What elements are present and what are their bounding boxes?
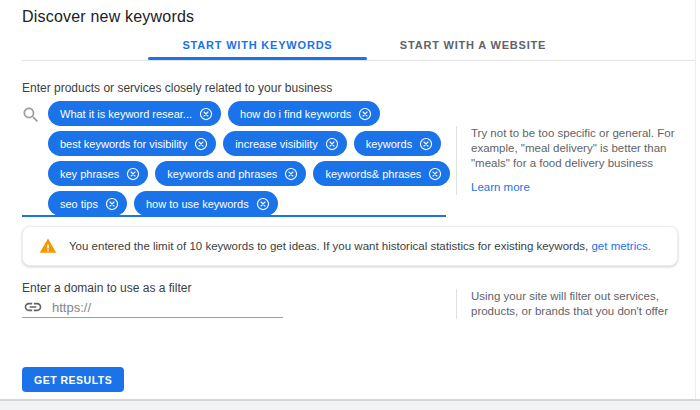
domain-input-underline xyxy=(22,317,283,318)
chip-row: seo tipshow to use keywords xyxy=(48,191,460,216)
warning-triangle-icon xyxy=(39,237,57,255)
domain-hint-text: Using your site will filter out services… xyxy=(471,290,668,317)
keyword-chip-label: keywords& phrases xyxy=(325,168,421,180)
keyword-chip[interactable]: increase visibility xyxy=(223,131,347,156)
keywords-input-label: Enter products or services closely relat… xyxy=(22,81,332,95)
keyword-planner-page: Discover new keywords START WITH KEYWORD… xyxy=(0,0,700,410)
keyword-chip-label: keywords xyxy=(366,138,412,150)
remove-keyword-icon[interactable] xyxy=(284,167,298,181)
keyword-chip-label: key phrases xyxy=(60,168,119,180)
keyword-limit-warning-banner: You entered the limit of 10 keywords to … xyxy=(22,226,678,266)
remove-keyword-icon[interactable] xyxy=(105,197,119,211)
remove-keyword-icon[interactable] xyxy=(194,137,208,151)
keyword-chip[interactable]: how to use keywords xyxy=(134,191,278,216)
domain-filter-label: Enter a domain to use as a filter xyxy=(22,281,191,295)
chip-row: key phraseskeywords and phraseskeywords&… xyxy=(48,161,460,186)
chip-row: What it is keyword resear...how do i fin… xyxy=(48,101,460,126)
keywords-hint: Try not to be too specific or general. F… xyxy=(456,126,695,195)
learn-more-link[interactable]: Learn more xyxy=(471,180,530,195)
chip-row: best keywords for visibilityincrease vis… xyxy=(48,131,460,156)
domain-filter-input[interactable] xyxy=(50,295,279,319)
keywords-hint-text: Try not to be too specific or general. F… xyxy=(471,127,674,169)
keyword-chip-label: What it is keyword resear... xyxy=(60,108,192,120)
get-metrics-link[interactable]: get metrics. xyxy=(591,240,650,252)
remove-keyword-icon[interactable] xyxy=(199,107,213,121)
tab-start-with-keywords[interactable]: START WITH KEYWORDS xyxy=(148,32,367,58)
card-bottom-edge xyxy=(0,399,700,410)
keywords-input[interactable]: What it is keyword resear...how do i fin… xyxy=(48,101,460,221)
search-icon xyxy=(21,105,41,125)
remove-keyword-icon[interactable] xyxy=(428,167,442,181)
keyword-chip-label: best keywords for visibility xyxy=(60,138,187,150)
tab-divider xyxy=(22,60,696,61)
keyword-chip[interactable]: What it is keyword resear... xyxy=(48,101,221,126)
keyword-chip-label: increase visibility xyxy=(235,138,318,150)
keyword-chip[interactable]: seo tips xyxy=(48,191,127,216)
keyword-chip[interactable]: keywords xyxy=(354,131,441,156)
remove-keyword-icon[interactable] xyxy=(256,197,270,211)
warning-text: You entered the limit of 10 keywords to … xyxy=(69,240,651,252)
get-results-button[interactable]: GET RESULTS xyxy=(22,367,124,392)
remove-keyword-icon[interactable] xyxy=(126,167,140,181)
remove-keyword-icon[interactable] xyxy=(358,107,372,121)
keyword-chip[interactable]: best keywords for visibility xyxy=(48,131,216,156)
remove-keyword-icon[interactable] xyxy=(419,137,433,151)
domain-hint: Using your site will filter out services… xyxy=(456,289,699,319)
keyword-chip-label: how do i find keywords xyxy=(240,108,351,120)
keyword-chip-label: seo tips xyxy=(60,198,98,210)
keyword-chip-label: how to use keywords xyxy=(146,198,249,210)
keyword-chip[interactable]: keywords& phrases xyxy=(313,161,450,186)
keyword-chip[interactable]: how do i find keywords xyxy=(228,101,380,126)
keywords-input-underline xyxy=(22,215,446,217)
remove-keyword-icon[interactable] xyxy=(325,137,339,151)
page-title: Discover new keywords xyxy=(22,8,194,26)
right-edge-divider xyxy=(695,0,696,399)
keyword-chip[interactable]: keywords and phrases xyxy=(155,161,306,186)
keyword-chip[interactable]: key phrases xyxy=(48,161,148,186)
keyword-chip-label: keywords and phrases xyxy=(167,168,277,180)
link-icon xyxy=(23,297,43,317)
tab-start-with-a-website[interactable]: START WITH A WEBSITE xyxy=(367,32,579,58)
